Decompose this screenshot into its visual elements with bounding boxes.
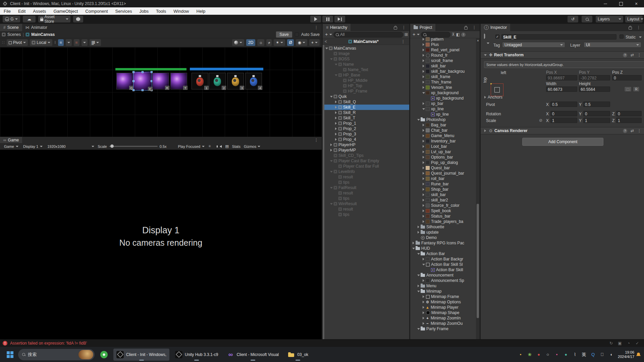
taskbar-app-unity-client[interactable]: Client - Init - Windows, bbox=[113, 349, 169, 361]
notification-bell-icon[interactable] bbox=[636, 352, 641, 357]
foldout-closed-icon[interactable] bbox=[422, 49, 425, 51]
tab-project[interactable]: Project bbox=[410, 24, 435, 31]
foldout-open-icon[interactable] bbox=[334, 64, 338, 65]
foldout-open-icon[interactable] bbox=[412, 248, 415, 249]
foldout-closed-icon[interactable] bbox=[422, 156, 425, 159]
pivot-dropdown[interactable]: Pivot bbox=[7, 39, 28, 46]
hierarchy-item-image[interactable]: Image bbox=[323, 51, 409, 56]
project-item-action-bar-skill-sl[interactable]: Action Bar Skill Sl bbox=[410, 262, 480, 267]
hierarchy-item-quik[interactable]: Quik bbox=[323, 94, 409, 99]
foldout-closed-icon[interactable] bbox=[422, 311, 425, 314]
search-by-type-icon[interactable]: ⊼ bbox=[452, 32, 455, 37]
search-highlight-image[interactable] bbox=[78, 350, 93, 359]
foldout-closed-icon[interactable] bbox=[422, 258, 425, 260]
foldout-open-icon[interactable] bbox=[329, 187, 333, 189]
hierarchy-item-boss[interactable]: BOSS bbox=[323, 56, 409, 62]
play-button[interactable] bbox=[310, 16, 321, 22]
layers-dropdown[interactable]: Layers bbox=[596, 16, 623, 22]
foldout-open-icon[interactable] bbox=[329, 58, 333, 60]
foldout-closed-icon[interactable] bbox=[329, 149, 333, 152]
foldout-open-icon[interactable] bbox=[417, 328, 420, 330]
foldout-closed-icon[interactable] bbox=[412, 242, 415, 244]
rotation-y-field[interactable]: 0 bbox=[583, 111, 610, 116]
close-button[interactable]: × bbox=[629, 0, 644, 7]
tab-animator[interactable]: ⋈ Animator bbox=[22, 24, 51, 31]
scene-lighting-toggle[interactable]: ☼ bbox=[257, 39, 264, 46]
subscene-title[interactable]: MainCanvas* bbox=[354, 39, 379, 44]
menu-edit[interactable]: Edit bbox=[14, 7, 29, 15]
version-control-button[interactable] bbox=[73, 16, 83, 22]
foldout-closed-icon[interactable] bbox=[422, 81, 425, 83]
increment-snap-toggle[interactable]: ⌗ bbox=[74, 39, 79, 46]
rotation-z-field[interactable]: 0 bbox=[616, 111, 642, 116]
project-item-trade-players-ba[interactable]: Trade_players_ba bbox=[410, 219, 480, 224]
static-checkbox[interactable] bbox=[620, 35, 624, 39]
status-package-icon[interactable]: ▣ bbox=[616, 341, 623, 346]
project-item-minimap-zoomin[interactable]: +Minimap ZoomIn bbox=[410, 315, 480, 321]
raw-edit-button[interactable]: R bbox=[633, 86, 640, 92]
pane-menu-icon[interactable]: ⋮ bbox=[635, 25, 643, 30]
scene-viewport[interactable]: QERT1234 bbox=[0, 47, 322, 137]
hierarchy-item-name[interactable]: Name bbox=[323, 62, 409, 67]
project-item-skill-bar[interactable]: skill_bar bbox=[410, 63, 480, 69]
foldout-closed-icon[interactable] bbox=[422, 322, 425, 325]
hierarchy-item-hp-frame[interactable]: HP_Frame bbox=[323, 88, 409, 94]
foldout-closed-icon[interactable] bbox=[422, 172, 425, 175]
hierarchy-item-result[interactable]: result bbox=[323, 174, 409, 180]
hierarchy-item-maincanvas[interactable]: MainCanvas bbox=[323, 46, 409, 51]
camera-dropdown[interactable]: ◉ bbox=[296, 39, 307, 46]
project-item-hud[interactable]: HUD bbox=[410, 246, 480, 251]
hierarchy-item-hp-base[interactable]: HP_Base bbox=[323, 72, 409, 78]
pane-menu-icon[interactable]: ⋮ bbox=[400, 25, 408, 30]
anchor-preset-widget[interactable] bbox=[491, 83, 503, 96]
foldout-closed-icon[interactable] bbox=[422, 279, 425, 282]
foldout-closed-icon[interactable] bbox=[334, 133, 338, 135]
width-field[interactable]: 60.6673 bbox=[546, 86, 577, 92]
tray-recorder[interactable]: ● bbox=[536, 352, 541, 357]
hierarchy-item-result[interactable]: result bbox=[323, 190, 409, 196]
lock-icon[interactable] bbox=[464, 27, 468, 29]
foldout-closed-icon[interactable] bbox=[422, 167, 425, 169]
selection-handle[interactable] bbox=[132, 71, 135, 73]
foldout-open-icon[interactable] bbox=[417, 119, 420, 121]
search-everything-button[interactable] bbox=[582, 16, 592, 22]
lock-icon[interactable] bbox=[394, 27, 397, 29]
menu-component[interactable]: Component bbox=[82, 7, 111, 15]
scale-y-field[interactable]: 1 bbox=[583, 118, 610, 123]
project-scroll-thumb[interactable] bbox=[477, 204, 479, 318]
menu-file[interactable]: File bbox=[0, 7, 14, 15]
menu-help[interactable]: Help bbox=[193, 7, 209, 15]
rect-transform-header[interactable]: ✥ Rect Transform ? ⇄ ⋮ bbox=[481, 51, 644, 59]
project-item-photoshop[interactable]: Photoshop bbox=[410, 117, 480, 122]
foldout-closed-icon[interactable] bbox=[422, 145, 425, 148]
effects-dropdown[interactable]: ✶ bbox=[274, 39, 285, 46]
foldout-open-icon[interactable] bbox=[417, 275, 420, 276]
hierarchy-search-input[interactable]: All bbox=[333, 32, 403, 38]
cloud-button[interactable]: ☁ bbox=[23, 16, 36, 22]
project-item-xp-line[interactable]: xp_line bbox=[410, 106, 480, 112]
taskbar-search-input[interactable]: 搜索 bbox=[18, 349, 95, 360]
project-item-announcement[interactable]: Announcement bbox=[410, 273, 480, 278]
project-item-chat-bar[interactable]: Chat_bar bbox=[410, 128, 480, 133]
hierarchy-item-tips[interactable]: tips bbox=[323, 180, 409, 185]
prop-tile-4[interactable]: 4 bbox=[245, 73, 262, 89]
hierarchy-item-skill-q[interactable]: Skill_Q bbox=[323, 99, 409, 105]
foldout-closed-icon[interactable] bbox=[417, 226, 420, 228]
grid-snap-toggle[interactable]: ⌗ bbox=[58, 39, 64, 46]
tray-security[interactable]: ▪ bbox=[518, 352, 523, 357]
tray-app-white[interactable]: ○ bbox=[545, 352, 550, 357]
breadcrumb-maincanvas[interactable]: MainCanvas bbox=[31, 32, 55, 37]
hierarchy-item-skill-cd-tips[interactable]: Skill_CD_Tips bbox=[323, 153, 409, 158]
hierarchy-item-prop-2[interactable]: Prop_2 bbox=[323, 126, 409, 131]
project-item-options-bar[interactable]: Options_bar bbox=[410, 155, 480, 160]
foldout-closed-icon[interactable] bbox=[334, 122, 338, 125]
game-view-dropdown[interactable]: Game bbox=[3, 143, 20, 149]
foldout-closed-icon[interactable] bbox=[334, 127, 338, 130]
foldout-closed-icon[interactable] bbox=[422, 295, 425, 298]
hierarchy-item-prop-4[interactable]: Prop_4 bbox=[323, 137, 409, 142]
scene-visibility-toggle[interactable]: Ø bbox=[287, 39, 293, 46]
tray-microphone[interactable]: ⌇ bbox=[572, 352, 578, 357]
status-error-message[interactable]: Assertion failed on expression: 'fidA !=… bbox=[10, 341, 87, 346]
foldout-closed-icon[interactable] bbox=[422, 134, 425, 137]
project-item-bag-bar[interactable]: Bag_bar bbox=[410, 122, 480, 128]
